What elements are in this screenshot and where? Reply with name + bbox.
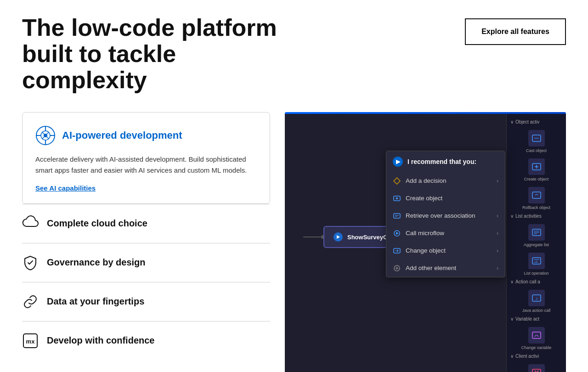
sidebar-section-object-activ: Object activ bbox=[507, 118, 566, 126]
microflow-icon bbox=[393, 229, 401, 237]
ai-card-header: AI-powered development bbox=[35, 125, 257, 146]
header-section: The low-code platform built to tackle co… bbox=[22, 15, 566, 94]
sidebar-section-variable-act: Variable act bbox=[507, 315, 566, 323]
left-panel: AI-powered development Accelerate delive… bbox=[22, 112, 270, 372]
sidebar-item-create-object[interactable]: Create object bbox=[507, 155, 566, 183]
ai-icon bbox=[35, 125, 56, 146]
create-object-icon bbox=[393, 194, 401, 203]
submenu-chevron: › bbox=[497, 230, 498, 237]
flow-area: ShowSurveyOnce showSurvey Boolean bbox=[285, 114, 506, 372]
shield-icon bbox=[22, 254, 39, 271]
sidebar-label-rollback-object: Rollback object bbox=[522, 205, 550, 210]
menu-item-add-decision[interactable]: Add a decision › bbox=[386, 172, 505, 190]
ai-card-title: AI-powered development bbox=[62, 130, 182, 141]
submenu-chevron: › bbox=[497, 265, 498, 271]
sidebar-item-list-operation[interactable]: + List operation bbox=[507, 249, 566, 277]
sidebar-label-list-operation: List operation bbox=[524, 271, 548, 276]
feature-label-data: Data at your fingertips bbox=[47, 296, 144, 307]
svg-rect-14 bbox=[394, 214, 400, 218]
menu-item-call-microflow[interactable]: Call microflow › bbox=[386, 225, 505, 242]
sidebar-section-action-call: Action call a bbox=[507, 277, 566, 286]
svg-marker-18 bbox=[396, 232, 399, 235]
retrieve-icon bbox=[393, 212, 401, 220]
sidebar-label-aggregate-list: Aggregate list bbox=[524, 242, 549, 247]
feature-list: Complete cloud choice Governance by desi… bbox=[22, 204, 270, 360]
diamond-icon bbox=[393, 177, 401, 185]
feature-label-develop: Develop with confidence bbox=[47, 335, 154, 346]
explore-all-features-button[interactable]: Explore all features bbox=[465, 18, 566, 45]
context-menu-header: ▶ I recommend that you: bbox=[386, 151, 505, 172]
feature-label-cloud: Complete cloud choice bbox=[47, 218, 147, 229]
menu-item-add-other[interactable]: Add other element › bbox=[386, 259, 505, 277]
ai-powered-card: AI-powered development Accelerate delive… bbox=[22, 112, 270, 204]
sidebar-item-close-page[interactable]: Close page bbox=[507, 361, 566, 372]
sidebar-label-create-object: Create object bbox=[524, 177, 549, 181]
mx-icon: mx bbox=[22, 333, 39, 349]
sidebar-item-aggregate-list[interactable]: Aggregate list bbox=[507, 220, 566, 249]
feature-item-governance[interactable]: Governance by design bbox=[22, 243, 270, 282]
svg-rect-28 bbox=[532, 192, 541, 198]
sidebar-item-rollback-object[interactable]: Rollback object bbox=[507, 183, 566, 212]
feature-item-develop[interactable]: mx Develop with confidence bbox=[22, 321, 270, 360]
sidebar-section-client-activ: Client activi bbox=[507, 352, 566, 361]
canvas-area: ShowSurveyOnce showSurvey Boolean bbox=[285, 114, 566, 372]
submenu-chevron: › bbox=[497, 213, 498, 219]
sidebar-item-java-action[interactable]: J Java action call bbox=[507, 286, 566, 315]
page-title: The low-code platform built to tackle co… bbox=[22, 15, 307, 94]
sidebar-item-cast-object[interactable]: Cast object bbox=[507, 126, 566, 155]
feature-item-data[interactable]: Data at your fingertips bbox=[22, 282, 270, 321]
ide-panel: ShowSurveyOnce showSurvey Boolean bbox=[285, 112, 566, 372]
svg-marker-9 bbox=[337, 235, 340, 239]
menu-item-retrieve-association[interactable]: Retrieve over association › bbox=[386, 207, 505, 225]
feature-item-cloud[interactable]: Complete cloud choice bbox=[22, 204, 270, 243]
menu-item-create-object[interactable]: Create object bbox=[386, 190, 505, 207]
sidebar-label-java-action: Java action call bbox=[522, 308, 551, 313]
feature-label-governance: Governance by design bbox=[47, 257, 146, 268]
sidebar-section-list-activ: List activities bbox=[507, 212, 566, 220]
content-section: AI-powered development Accelerate delive… bbox=[22, 112, 566, 372]
menu-header-icon: ▶ bbox=[393, 157, 403, 167]
sidebar-item-change-variable[interactable]: Change variable bbox=[507, 323, 566, 352]
add-element-icon bbox=[393, 264, 401, 272]
ide-container: ShowSurveyOnce showSurvey Boolean bbox=[285, 114, 566, 372]
ai-card-description: Accelerate delivery with AI-assisted dev… bbox=[35, 154, 257, 176]
submenu-chevron: › bbox=[497, 178, 498, 184]
link-icon bbox=[22, 293, 39, 310]
svg-text:+: + bbox=[536, 259, 537, 262]
svg-rect-40 bbox=[532, 369, 541, 372]
sidebar-label-change-variable: Change variable bbox=[521, 345, 552, 350]
svg-text:J: J bbox=[536, 297, 537, 301]
change-object-icon bbox=[393, 247, 401, 255]
svg-marker-10 bbox=[394, 178, 400, 184]
svg-text:mx: mx bbox=[26, 338, 35, 345]
cloud-icon bbox=[22, 215, 39, 232]
sidebar-label-cast-object: Cast object bbox=[526, 148, 547, 153]
menu-item-change-object[interactable]: Change object › bbox=[386, 242, 505, 259]
submenu-chevron: › bbox=[497, 248, 498, 254]
context-menu: ▶ I recommend that you: Add a decision bbox=[386, 151, 505, 277]
ide-sidebar: Object activ Cast object Create object bbox=[506, 114, 566, 372]
see-ai-capabilities-link[interactable]: See AI capabilities bbox=[35, 184, 96, 192]
